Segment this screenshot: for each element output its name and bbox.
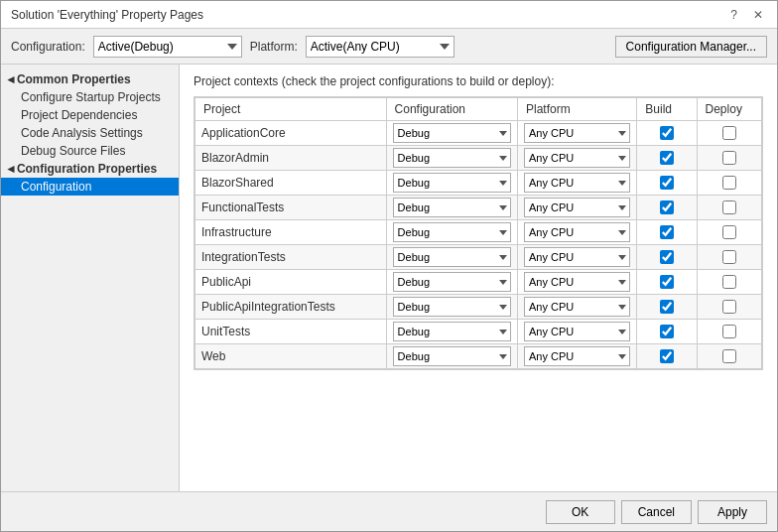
cell-platform[interactable]: Any CPUx86x64 (518, 295, 637, 320)
cell-deploy[interactable] (697, 320, 761, 344)
cell-deploy[interactable] (697, 121, 761, 146)
cell-configuration[interactable]: DebugRelease (386, 196, 517, 220)
apply-button[interactable]: Apply (698, 500, 767, 524)
sidebar-item-configuration[interactable]: Configuration (1, 178, 179, 196)
close-button[interactable]: ✕ (749, 8, 767, 22)
platform-select[interactable]: Any CPUx86x64 (524, 247, 630, 267)
deploy-checkbox[interactable] (722, 225, 736, 239)
configuration-select[interactable]: DebugRelease (393, 222, 511, 242)
cell-build[interactable] (637, 344, 697, 369)
build-checkbox[interactable] (660, 325, 674, 338)
cell-configuration[interactable]: DebugRelease (386, 146, 517, 171)
sidebar-item-configure-startup[interactable]: Configure Startup Projects (1, 88, 179, 106)
cell-deploy[interactable] (697, 196, 761, 220)
footer: OK Cancel Apply (1, 491, 777, 531)
platform-select[interactable]: Any CPUx86x64 (524, 148, 630, 168)
deploy-checkbox[interactable] (722, 126, 736, 140)
deploy-checkbox[interactable] (722, 151, 736, 165)
cell-platform[interactable]: Any CPUx86x64 (518, 171, 637, 196)
deploy-checkbox[interactable] (722, 275, 736, 289)
cell-configuration[interactable]: DebugRelease (386, 295, 517, 320)
cell-platform[interactable]: Any CPUx86x64 (518, 121, 637, 146)
configuration-select[interactable]: DebugRelease (393, 346, 511, 366)
platform-select[interactable]: Any CPUx86x64 (524, 173, 630, 193)
ok-button[interactable]: OK (546, 500, 615, 524)
cell-platform[interactable]: Any CPUx86x64 (518, 320, 637, 344)
sidebar-item-debug-source[interactable]: Debug Source Files (1, 142, 179, 160)
cell-build[interactable] (637, 245, 697, 270)
cell-build[interactable] (637, 320, 697, 344)
platform-dropdown[interactable]: Active(Any CPU) Any CPU x86 x64 (306, 36, 454, 58)
sidebar-item-common-properties[interactable]: ◄Common Properties (1, 70, 179, 88)
cell-deploy[interactable] (697, 295, 761, 320)
configuration-select[interactable]: DebugRelease (393, 148, 511, 168)
cell-deploy[interactable] (697, 344, 761, 369)
cell-build[interactable] (637, 295, 697, 320)
cell-build[interactable] (637, 121, 697, 146)
sidebar-item-project-dependencies[interactable]: Project Dependencies (1, 106, 179, 124)
cell-platform[interactable]: Any CPUx86x64 (518, 344, 637, 369)
build-checkbox[interactable] (660, 126, 674, 140)
configuration-select[interactable]: DebugRelease (393, 247, 511, 267)
configuration-select[interactable]: DebugRelease (393, 322, 511, 341)
platform-select[interactable]: Any CPUx86x64 (524, 297, 630, 317)
cell-build[interactable] (637, 171, 697, 196)
build-checkbox[interactable] (660, 225, 674, 239)
cell-build[interactable] (637, 220, 697, 245)
cell-platform[interactable]: Any CPUx86x64 (518, 196, 637, 220)
platform-select[interactable]: Any CPUx86x64 (524, 198, 630, 217)
deploy-checkbox[interactable] (722, 176, 736, 190)
help-button[interactable]: ? (726, 8, 741, 22)
cell-project: Web (195, 344, 387, 369)
cell-configuration[interactable]: DebugRelease (386, 344, 517, 369)
col-header-build: Build (637, 98, 697, 121)
configuration-select[interactable]: DebugRelease (393, 173, 511, 193)
deploy-checkbox[interactable] (722, 300, 736, 314)
sidebar-item-config-properties[interactable]: ◄Configuration Properties (1, 160, 179, 178)
deploy-checkbox[interactable] (722, 325, 736, 338)
build-checkbox[interactable] (660, 275, 674, 289)
cell-configuration[interactable]: DebugRelease (386, 245, 517, 270)
cell-configuration[interactable]: DebugRelease (386, 121, 517, 146)
cell-configuration[interactable]: DebugRelease (386, 220, 517, 245)
build-checkbox[interactable] (660, 200, 674, 214)
window-title: Solution 'Everything' Property Pages (11, 8, 203, 22)
cell-platform[interactable]: Any CPUx86x64 (518, 270, 637, 295)
cancel-button[interactable]: Cancel (621, 500, 692, 524)
configuration-select[interactable]: DebugRelease (393, 123, 511, 143)
build-checkbox[interactable] (660, 250, 674, 264)
cell-deploy[interactable] (697, 270, 761, 295)
deploy-checkbox[interactable] (722, 349, 736, 363)
cell-deploy[interactable] (697, 171, 761, 196)
configuration-select[interactable]: DebugRelease (393, 297, 511, 317)
configuration-select[interactable]: DebugRelease (393, 272, 511, 292)
cell-deploy[interactable] (697, 220, 761, 245)
deploy-checkbox[interactable] (722, 250, 736, 264)
cell-platform[interactable]: Any CPUx86x64 (518, 245, 637, 270)
configuration-dropdown[interactable]: Active(Debug) Debug Release (93, 36, 242, 58)
configuration-select[interactable]: DebugRelease (393, 198, 511, 217)
cell-build[interactable] (637, 196, 697, 220)
platform-select[interactable]: Any CPUx86x64 (524, 346, 630, 366)
deploy-checkbox[interactable] (722, 200, 736, 214)
cell-build[interactable] (637, 146, 697, 171)
cell-platform[interactable]: Any CPUx86x64 (518, 146, 637, 171)
platform-select[interactable]: Any CPUx86x64 (524, 222, 630, 242)
cell-configuration[interactable]: DebugRelease (386, 270, 517, 295)
build-checkbox[interactable] (660, 349, 674, 363)
cell-build[interactable] (637, 270, 697, 295)
build-checkbox[interactable] (660, 300, 674, 314)
cell-platform[interactable]: Any CPUx86x64 (518, 220, 637, 245)
cell-deploy[interactable] (697, 245, 761, 270)
table-row: FunctionalTestsDebugReleaseAny CPUx86x64 (195, 196, 762, 220)
sidebar-item-code-analysis[interactable]: Code Analysis Settings (1, 124, 179, 142)
cell-configuration[interactable]: DebugRelease (386, 171, 517, 196)
cell-deploy[interactable] (697, 146, 761, 171)
platform-select[interactable]: Any CPUx86x64 (524, 322, 630, 341)
cell-configuration[interactable]: DebugRelease (386, 320, 517, 344)
platform-select[interactable]: Any CPUx86x64 (524, 272, 630, 292)
platform-select[interactable]: Any CPUx86x64 (524, 123, 630, 143)
build-checkbox[interactable] (660, 151, 674, 165)
configuration-manager-button[interactable]: Configuration Manager... (615, 36, 767, 58)
build-checkbox[interactable] (660, 176, 674, 190)
